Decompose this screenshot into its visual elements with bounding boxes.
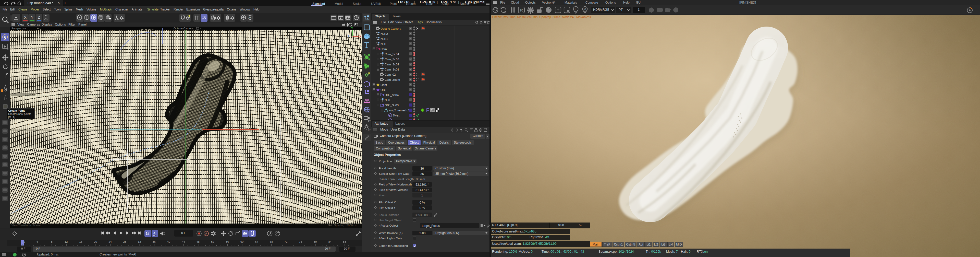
svg-text:Octane Camera: Octane Camera [173,27,194,30]
svg-text:X: X [360,35,361,38]
svg-text:ST: ST [368,120,371,122]
svg-text:A: A [249,16,251,19]
svg-text:ST: ST [368,129,371,131]
svg-text:Grid Spacing : 5000 cm: Grid Spacing : 5000 cm [328,224,357,227]
svg-text:Perspective: Perspective [11,27,26,30]
svg-text:R: R [520,8,523,12]
svg-text:ST: ST [368,111,371,113]
svg-text:M: M [584,7,586,11]
svg-text:Y: Y [351,27,353,30]
svg-text:A: A [153,231,156,235]
svg-text:F: F [575,7,576,11]
svg-text:View Transform: Scene: View Transform: Scene [11,224,41,227]
svg-text:Z: Z [348,35,349,38]
svg-text:A: A [205,232,207,235]
